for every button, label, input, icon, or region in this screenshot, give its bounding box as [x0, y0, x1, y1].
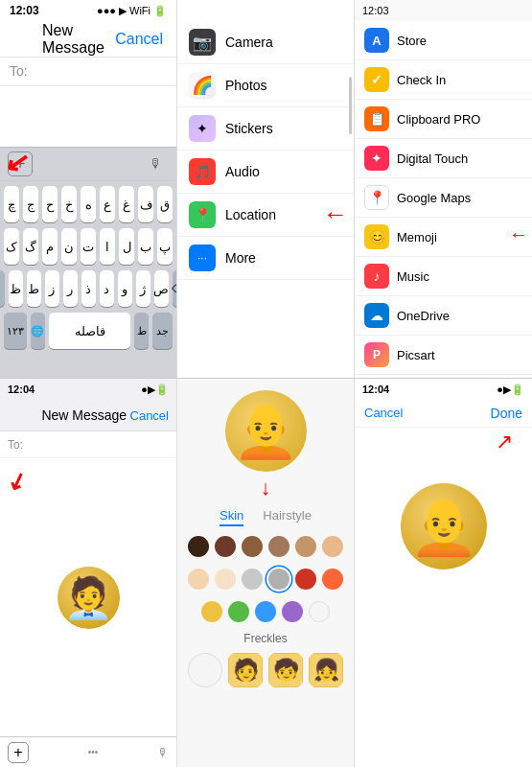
- key-ta2[interactable]: ط: [27, 270, 41, 307]
- mic-button-bot-left[interactable]: 🎙: [157, 746, 169, 759]
- app-digitaltouch-item[interactable]: ✦ Digital Touch: [355, 139, 532, 178]
- key-nun[interactable]: ن: [61, 228, 77, 265]
- color-dot-7[interactable]: [188, 569, 209, 590]
- status-time-bot-left: 12:04: [8, 384, 35, 395]
- app-list-camera[interactable]: 📷 Camera: [177, 21, 354, 64]
- color-dot-11[interactable]: [295, 569, 316, 590]
- app-clipboard-item[interactable]: 📋 Clipboard PRO: [355, 100, 532, 139]
- status-icons-bot-left: ●▶🔋: [141, 384, 169, 396]
- key-je[interactable]: ج: [23, 186, 38, 222]
- memoji-large-container: 🧑‍🦲: [177, 379, 354, 472]
- key-fe[interactable]: ف: [138, 186, 153, 222]
- app-tiktok-item[interactable]: ♪ TikTok: [355, 375, 532, 378]
- color-dot-10[interactable]: [268, 569, 289, 590]
- app-onedrive-item[interactable]: ☁ OneDrive: [355, 296, 532, 336]
- key-be[interactable]: ب: [138, 228, 153, 265]
- key-he[interactable]: ح: [42, 186, 58, 222]
- status-time-top-right: 12:03: [362, 5, 389, 16]
- tab-hairstyle[interactable]: Hairstyle: [263, 508, 312, 526]
- app-list-photos[interactable]: 🌈 Photos: [177, 64, 354, 107]
- keyboard-mic-button[interactable]: 🎙: [144, 151, 169, 176]
- key-mim[interactable]: م: [42, 228, 58, 265]
- key-vav[interactable]: و: [118, 270, 132, 307]
- app-store-item[interactable]: A Store: [355, 21, 532, 60]
- color-dot-2[interactable]: [215, 536, 236, 557]
- to-label: To:: [10, 63, 28, 79]
- color-dot-12[interactable]: [322, 569, 343, 590]
- red-arrow-bot-left: ↙: [4, 465, 31, 497]
- color-dot-4[interactable]: [268, 536, 289, 557]
- status-time-bot-right: 12:04: [362, 384, 389, 395]
- key-shift[interactable]: ⇧: [0, 270, 5, 307]
- more-icon: ···: [189, 244, 216, 271]
- color-dot-16[interactable]: [282, 601, 303, 622]
- app-label-picsart: Picsart: [397, 348, 435, 362]
- key-zhe[interactable]: ژ: [136, 270, 150, 307]
- color-dot-3[interactable]: [242, 536, 263, 557]
- key-alef[interactable]: ا: [100, 228, 115, 265]
- color-dot-6[interactable]: [322, 536, 343, 557]
- stickers-icon: ✦: [189, 115, 216, 142]
- key-za[interactable]: ظ: [9, 270, 23, 307]
- app-music-item[interactable]: ♪ Music: [355, 257, 532, 296]
- freckle-option-3[interactable]: 👧: [309, 653, 343, 687]
- color-dot-9[interactable]: [242, 569, 263, 590]
- onedrive-icon: ☁: [364, 303, 389, 328]
- key-space[interactable]: فاصله: [49, 313, 131, 349]
- key-khe[interactable]: خ: [61, 186, 77, 222]
- key-qaf[interactable]: ق: [157, 186, 173, 222]
- key-kaf[interactable]: ک: [4, 228, 19, 265]
- app-label-music: Music: [397, 269, 429, 284]
- key-gaf[interactable]: گ: [23, 228, 38, 265]
- key-sad[interactable]: ص: [154, 270, 169, 307]
- app-list-stickers[interactable]: ✦ Stickers: [177, 107, 354, 151]
- key-ta[interactable]: ت: [81, 228, 96, 265]
- app-memoji-item[interactable]: 😊 Memoji ←: [355, 218, 532, 257]
- nav-title-bot-left: New Message: [41, 407, 127, 423]
- app-picsart-item[interactable]: P Picsart: [355, 336, 532, 375]
- tab-skin[interactable]: Skin: [220, 508, 243, 526]
- key-lam[interactable]: ل: [119, 228, 134, 265]
- memoji-large-face: 🧑‍🦲: [225, 390, 307, 472]
- key-pe[interactable]: پ: [157, 228, 173, 265]
- key-return[interactable]: جد: [152, 313, 173, 349]
- checkin-icon: ✓: [364, 67, 389, 92]
- key-re[interactable]: ر: [63, 270, 78, 307]
- app-label-checkin: Check In: [397, 73, 446, 87]
- key-che[interactable]: چ: [4, 186, 19, 222]
- freckle-none[interactable]: [188, 653, 222, 687]
- memoji-result-container: 🧑‍🦲: [355, 483, 532, 569]
- key-ain[interactable]: ع: [100, 186, 115, 222]
- app-label-stickers: Stickers: [225, 121, 273, 136]
- app-label-location: Location: [225, 207, 276, 222]
- key-ta3[interactable]: ط: [134, 313, 149, 349]
- app-checkin-item[interactable]: ✓ Check In: [355, 60, 532, 100]
- cancel-button-bot-left[interactable]: Cancel: [130, 408, 169, 423]
- color-dot-14[interactable]: [228, 601, 249, 622]
- key-globe[interactable]: 🌐: [31, 313, 45, 349]
- freckle-option-1[interactable]: 🧑: [228, 653, 263, 687]
- plus-button-bot-left[interactable]: +: [8, 742, 29, 763]
- cancel-button-bot-right[interactable]: Cancel: [364, 406, 403, 421]
- freckle-option-2[interactable]: 🧒: [268, 653, 303, 687]
- app-list-more[interactable]: ··· More: [177, 237, 354, 280]
- color-dot-8[interactable]: [215, 569, 236, 590]
- key-zal[interactable]: ذ: [81, 270, 96, 307]
- key-ha[interactable]: ه: [81, 186, 96, 222]
- app-googlemaps-item[interactable]: 📍 Google Maps: [355, 178, 532, 218]
- key-numbers[interactable]: ۱۲۳: [4, 313, 27, 349]
- color-dot-5[interactable]: [295, 536, 316, 557]
- app-list-audio[interactable]: 🎵 Audio: [177, 151, 354, 194]
- done-button-bot-right[interactable]: Done: [491, 406, 522, 421]
- cancel-button-top-left[interactable]: Cancel: [115, 31, 163, 48]
- key-ze[interactable]: ز: [45, 270, 59, 307]
- color-dot-13[interactable]: [201, 601, 222, 622]
- color-dot-17[interactable]: [309, 601, 330, 622]
- color-dot-15[interactable]: [255, 601, 276, 622]
- key-dal[interactable]: د: [100, 270, 114, 307]
- key-ghain[interactable]: غ: [119, 186, 134, 222]
- app-label-store: Store: [397, 34, 427, 48]
- color-dot-1[interactable]: [188, 536, 209, 557]
- memoji-face-bot-left: 🧑‍💼: [58, 567, 120, 629]
- dots-button-bot-left[interactable]: •••: [88, 747, 99, 757]
